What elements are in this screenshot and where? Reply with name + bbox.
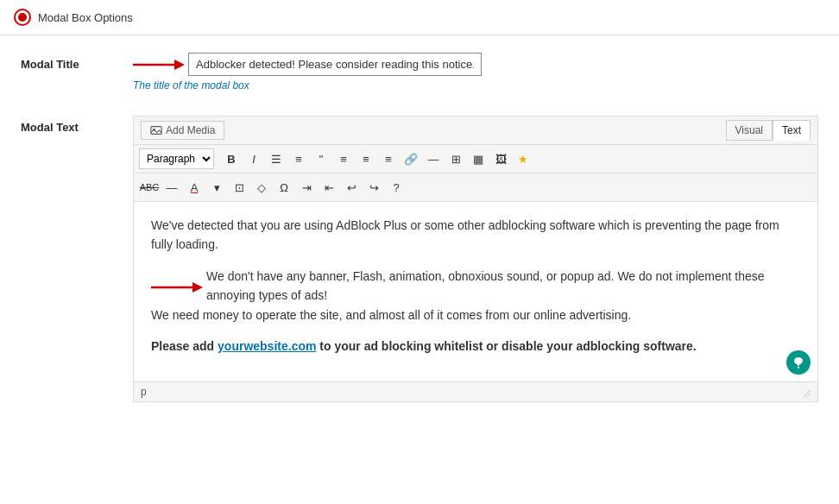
color-picker-btn[interactable]: ▾ [206,177,227,198]
modal-title-hint: The title of the modal box [133,79,818,91]
panel-title: Modal Box Options [38,11,133,24]
para4-before: Please add [151,339,218,353]
resize-handle-icon[interactable] [800,387,811,397]
table-button[interactable]: ▦ [468,148,489,169]
clear-format-button[interactable]: ◇ [251,177,272,198]
teal-helper-icon[interactable] [786,350,811,375]
red-arrow-icon [133,56,185,73]
tab-visual[interactable]: Visual [726,120,773,141]
modal-title-input[interactable] [188,53,482,76]
svg-marker-7 [192,282,203,293]
panel-header: Modal Box Options [0,0,839,35]
svg-marker-3 [174,60,185,70]
ul-button[interactable]: ☰ [266,148,287,169]
editor-status-bar: p [134,381,817,401]
paragraph-select[interactable]: Paragraph [139,148,214,169]
toolbar-row-2: ABC — A ▾ ⊡ ◇ Ω ⇥ ⇤ ↩ ↪ ? [134,173,817,202]
svg-line-10 [807,394,811,397]
help-button[interactable]: ? [386,177,407,198]
ol-button[interactable]: ≡ [288,148,309,169]
em-dash-button[interactable]: — [161,177,182,198]
para4-after: to your ad blocking whitelist or disable… [316,339,696,353]
svg-rect-8 [798,367,799,369]
toolbar-row-1: Paragraph B I ☰ ≡ " ≡ ≡ ≡ 🔗 — ⊞ [134,145,817,173]
special-char-button[interactable]: Ω [274,177,294,198]
svg-rect-4 [151,127,161,135]
content-para-4: Please add yourwebsite.com to your ad bl… [151,337,800,356]
content-para-2: We don't have any banner, Flash, animati… [206,267,800,306]
editor-tabs: Visual Text [726,120,811,141]
modal-title-row: Modal Title The title of the modal box [21,53,818,91]
content-area: Modal Title The title of the modal box M… [0,35,839,444]
italic-button[interactable]: I [243,148,264,169]
editor-container: Add Media Visual Text Paragraph [133,116,818,402]
svg-point-1 [18,13,27,22]
bold-button[interactable]: B [221,148,242,169]
content-para-2-row: We don't have any banner, Flash, animati… [151,267,800,306]
modal-title-label: Modal Title [21,53,133,71]
add-media-bar: Add Media [141,121,224,140]
align-right-button[interactable]: ≡ [378,148,399,169]
content-para-3: We need money to operate the site, and a… [151,306,800,324]
add-media-button[interactable]: Add Media [141,121,224,140]
align-left-button[interactable]: ≡ [333,148,354,169]
strikethrough-button[interactable]: ABC [139,177,160,198]
font-color-button[interactable]: A [184,177,205,198]
editor-body[interactable]: We've detected that you are using AdBloc… [134,202,817,381]
link-button[interactable]: 🔗 [401,148,421,169]
image-button[interactable]: 🖼 [490,148,511,169]
modal-box-logo-icon [14,9,31,26]
align-center-button[interactable]: ≡ [356,148,376,169]
star-button[interactable]: ★ [513,148,533,169]
indent-button[interactable]: ⇥ [296,177,317,198]
red-arrow-2-icon [151,270,203,305]
blockquote-button[interactable]: " [311,148,331,169]
fullscreen-button[interactable]: ⊞ [445,148,466,169]
undo-button[interactable]: ↩ [341,177,362,198]
svg-line-9 [804,390,811,397]
hr-button[interactable]: — [423,148,444,169]
tab-text[interactable]: Text [773,120,811,141]
redo-button[interactable]: ↪ [363,177,384,198]
title-arrow-row [133,53,818,76]
content-para-1: We've detected that you are using AdBloc… [151,216,800,255]
modal-text-row: Modal Text Add Med [21,116,818,402]
add-media-icon [150,124,162,136]
modal-title-content: The title of the modal box [133,53,818,91]
paste-text-button[interactable]: ⊡ [229,177,249,198]
para4-link[interactable]: yourwebsite.com [218,339,316,353]
add-media-label: Add Media [166,124,215,136]
outdent-button[interactable]: ⇤ [319,177,339,198]
modal-text-label: Modal Text [21,116,133,134]
modal-text-content: Add Media Visual Text Paragraph [133,116,818,402]
status-p-label: p [141,386,147,398]
